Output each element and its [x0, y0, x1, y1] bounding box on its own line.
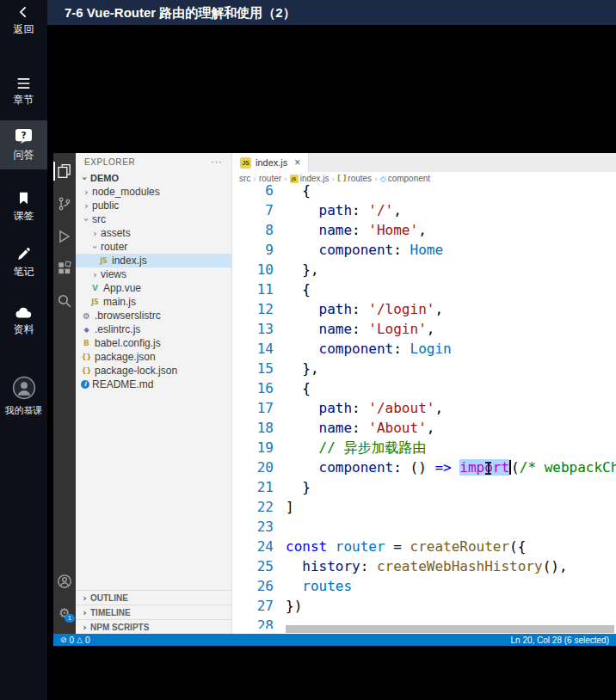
- code-line-25[interactable]: 25 history: createWebHashHistory(),: [232, 556, 616, 576]
- tree-item-public[interactable]: ›public: [76, 199, 231, 212]
- tree-item-index.js[interactable]: JSindex.js: [76, 254, 231, 267]
- symbol-icon: ◇: [380, 175, 386, 183]
- tree-item-README.md[interactable]: iREADME.md: [76, 378, 231, 391]
- code-line-8[interactable]: 8 name: 'Home',: [232, 220, 616, 240]
- code-line-17[interactable]: 17 path: '/about',: [232, 398, 616, 418]
- line-text: name: 'Home',: [286, 220, 427, 240]
- code-line-18[interactable]: 18 name: 'About',: [232, 418, 616, 438]
- file-label: .browserslistrc: [95, 310, 161, 322]
- sidebar-item-materials[interactable]: 资料: [0, 306, 47, 335]
- code-line-14[interactable]: 14 component: Login: [232, 339, 616, 359]
- code-line-12[interactable]: 12 path: '/login',: [232, 299, 616, 319]
- tab-label: index.js: [256, 157, 287, 168]
- chevron-right-icon: ›: [81, 200, 92, 212]
- tab-indexjs[interactable]: JS index.js ×: [232, 153, 309, 172]
- line-text: {: [286, 378, 311, 398]
- code-line-19[interactable]: 19 // 异步加载路由: [232, 438, 616, 457]
- code-line-23[interactable]: 23: [232, 517, 616, 537]
- breadcrumb-src[interactable]: src: [239, 174, 250, 183]
- extensions-icon[interactable]: [57, 261, 72, 276]
- breadcrumb-router[interactable]: router: [259, 174, 281, 183]
- cursor-position[interactable]: Ln 20, Col 28 (6 selected): [510, 636, 609, 645]
- svg-text:?: ?: [21, 130, 26, 140]
- search-icon[interactable]: [57, 293, 72, 309]
- vscode-window: ⚙ 1 EXPLORER ··· › DEMO ›node_modules›pu…: [53, 153, 616, 646]
- sidebar-item-notes[interactable]: 笔记: [0, 247, 47, 277]
- code-line-13[interactable]: 13 name: 'Login',: [232, 319, 616, 339]
- platform-sidebar: 返回 章节 ? 问答 课签 笔记 资料: [0, 0, 47, 700]
- line-number: 14: [232, 339, 274, 359]
- video-title-bar: 7-6 Vue-Router 路由的理解和使用（2）: [47, 0, 616, 25]
- code-line-27[interactable]: 27}): [232, 596, 616, 616]
- cloud-icon: [15, 306, 33, 319]
- line-number: 6: [232, 185, 274, 200]
- tree-item-package.json[interactable]: {}package.json: [76, 350, 231, 364]
- code-line-6[interactable]: 6 {: [232, 185, 616, 200]
- code-area[interactable]: 6 {7 path: '/',8 name: 'Home',9 componen…: [232, 185, 616, 629]
- code-line-21[interactable]: 21 }: [232, 477, 616, 497]
- horizontal-scrollbar[interactable]: [286, 625, 614, 633]
- explorer-icon[interactable]: [57, 163, 72, 179]
- line-text: path: '/about',: [286, 398, 443, 418]
- tree-item-.browserslistrc[interactable]: ⚙.browserslistrc: [76, 309, 231, 322]
- warning-icon: △: [77, 634, 83, 646]
- array-icon: [ ]: [337, 175, 346, 182]
- code-line-10[interactable]: 10 },: [232, 260, 616, 279]
- file-tree: ›node_modules›public›src›assets›routerJS…: [76, 185, 231, 391]
- settings-badge: 1: [65, 614, 75, 623]
- sidebar-item-qa[interactable]: ? 问答: [0, 120, 47, 169]
- tree-item-App.vue[interactable]: VApp.vue: [76, 281, 231, 295]
- code-line-16[interactable]: 16 {: [232, 378, 616, 398]
- panel-section-outline[interactable]: ›OUTLINE: [76, 590, 231, 605]
- file-label: App.vue: [103, 282, 141, 294]
- active-indicator: [53, 162, 55, 181]
- sidebar-item-chapters[interactable]: 章节: [0, 77, 47, 105]
- tree-item-main.js[interactable]: JSmain.js: [76, 295, 231, 309]
- code-line-11[interactable]: 11 {: [232, 279, 616, 299]
- tree-item-.eslintrc.js[interactable]: ◆.eslintrc.js: [76, 322, 231, 336]
- panel-section-timeline[interactable]: ›TIMELINE: [76, 605, 231, 619]
- tree-item-router[interactable]: ›router: [76, 240, 231, 254]
- tree-item-src[interactable]: ›src: [76, 212, 231, 226]
- line-text: component: Home: [286, 240, 443, 260]
- breadcrumb-index.js[interactable]: JSindex.js: [290, 174, 330, 183]
- profile-label: 我的慕课: [5, 405, 43, 415]
- run-debug-icon[interactable]: [57, 229, 72, 244]
- tree-item-views[interactable]: ›views: [76, 267, 231, 281]
- more-actions-icon[interactable]: ···: [211, 153, 223, 171]
- code-line-9[interactable]: 9 component: Home: [232, 240, 616, 260]
- code-line-20[interactable]: 20 component: () => import(/* webpackChu…: [232, 457, 616, 477]
- line-number: 21: [232, 477, 274, 497]
- code-line-22[interactable]: 22]: [232, 497, 616, 517]
- back-button[interactable]: 返回: [0, 5, 47, 34]
- chevron-right-icon: ›: [89, 269, 101, 280]
- project-root[interactable]: › DEMO: [76, 171, 231, 185]
- video-frame[interactable]: ⚙ 1 EXPLORER ··· › DEMO ›node_modules›pu…: [47, 25, 616, 659]
- breadcrumb-separator: ›: [374, 175, 378, 183]
- breadcrumb-routes[interactable]: [ ]routes: [337, 174, 372, 183]
- screen: 返回 章节 ? 问答 课签 笔记 资料: [0, 0, 616, 700]
- breadcrumb-label: router: [259, 174, 281, 183]
- line-text: },: [286, 359, 319, 378]
- line-number: 28: [232, 616, 274, 629]
- code-line-15[interactable]: 15 },: [232, 359, 616, 378]
- sidebar-item-bookmark[interactable]: 课签: [0, 191, 47, 221]
- sidebar-item-profile[interactable]: 我的慕课: [0, 376, 47, 415]
- close-tab-icon[interactable]: ×: [294, 157, 300, 168]
- code-line-26[interactable]: 26 routes: [232, 576, 616, 596]
- tree-item-node_modules[interactable]: ›node_modules: [76, 185, 231, 199]
- line-number: 13: [232, 319, 274, 339]
- code-line-7[interactable]: 7 path: '/',: [232, 200, 616, 220]
- explorer-title: EXPLORER: [84, 153, 135, 171]
- breadcrumb-component[interactable]: ◇component: [380, 174, 430, 183]
- account-icon[interactable]: [57, 574, 72, 589]
- panel-section-npm-scripts[interactable]: ›NPM SCRIPTS: [76, 619, 231, 634]
- tree-item-babel.config.js[interactable]: Bbabel.config.js: [76, 336, 231, 350]
- json-file-icon: {}: [81, 353, 92, 361]
- code-line-24[interactable]: 24const router = createRouter({: [232, 537, 616, 556]
- line-text: ]: [286, 497, 294, 517]
- source-control-icon[interactable]: [57, 196, 72, 212]
- tree-item-assets[interactable]: ›assets: [76, 226, 231, 240]
- problems-indicator[interactable]: ⊘ 0 △ 0: [60, 634, 90, 646]
- tree-item-package-lock.json[interactable]: {}package-lock.json: [76, 364, 231, 378]
